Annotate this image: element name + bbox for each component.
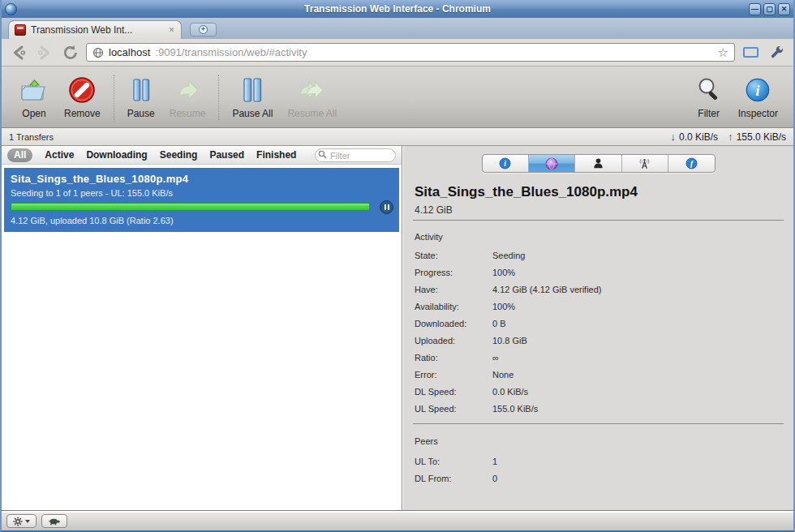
filter-tab-all[interactable]: All — [7, 148, 32, 162]
activity-heading: Activity — [415, 232, 443, 242]
browser-tab[interactable]: Transmission Web Int... × — [8, 20, 182, 39]
row-value: 155.0 KiB/s — [492, 404, 538, 414]
peers-heading: Peers — [415, 436, 438, 446]
torrent-name: Sita_Sings_the_Blues_1080p.mp4 — [11, 173, 393, 185]
filter-tab-active[interactable]: Active — [45, 150, 74, 160]
tab-trackers[interactable] — [622, 155, 668, 172]
resume-all-button[interactable]: Resume All — [280, 75, 344, 119]
row-label: Uploaded: — [415, 336, 492, 345]
tab-activity[interactable] — [529, 155, 575, 172]
tab-peers[interactable] — [575, 155, 621, 172]
activity-rows: State:Seeding Progress:100% Have:4.12 Gi… — [415, 247, 785, 417]
back-button[interactable] — [8, 42, 29, 63]
row-value: 0 — [492, 474, 497, 483]
activity-row-ul-speed: UL Speed:155.0 KiB/s — [415, 400, 785, 417]
open-label: Open — [22, 108, 45, 119]
settings-menu-button[interactable] — [6, 514, 37, 528]
bookmark-star-icon[interactable]: ☆ — [718, 46, 728, 58]
tab-close-icon[interactable]: × — [168, 25, 175, 35]
upload-speed-value: 155.0 KiB/s — [737, 131, 786, 143]
row-value: 100% — [492, 302, 515, 311]
tab-info[interactable]: i — [483, 155, 529, 172]
download-speed-value: 0.0 KiB/s — [679, 131, 718, 143]
row-label: DL Speed: — [415, 387, 492, 397]
inspector-label: Inspector — [738, 108, 778, 119]
inspector-button[interactable]: i Inspector — [731, 75, 785, 119]
row-value: Seeding — [492, 251, 525, 260]
torrent-status: Seeding to 1 of 1 peers - UL: 155.0 KiB/… — [11, 188, 393, 198]
page-action-button[interactable] — [740, 42, 761, 63]
browser-window: Transmission Web Interface - Chromium — … — [0, 0, 795, 532]
plus-icon: + — [199, 25, 208, 34]
reload-button[interactable] — [60, 42, 81, 63]
filter-tab-downloading[interactable]: Downloading — [86, 150, 147, 160]
toolbar-separator — [114, 75, 114, 122]
pause-all-button[interactable]: Pause All — [225, 75, 280, 119]
filter-tab-seeding[interactable]: Seeding — [160, 150, 198, 160]
filter-button[interactable]: Filter — [687, 75, 731, 119]
row-label: Downloaded: — [415, 319, 492, 328]
activity-globe-icon — [545, 157, 558, 170]
minimize-button[interactable]: — — [749, 3, 761, 15]
torrent-pause-button[interactable] — [380, 200, 393, 214]
download-speed: ↓ 0.0 KiB/s — [671, 131, 719, 143]
maximize-button[interactable]: ▢ — [763, 3, 776, 15]
forward-arrow-icon — [35, 43, 54, 62]
toolbar-separator — [218, 75, 219, 122]
resume-icon — [173, 75, 202, 105]
torrent-progress-bar — [11, 203, 370, 211]
activity-row-state: State:Seeding — [415, 247, 785, 264]
open-button[interactable]: Open — [11, 75, 57, 119]
peers-rows: UL To:1 DL From:0 — [415, 453, 785, 487]
row-label: Availability: — [415, 302, 492, 311]
filter-tab-finished[interactable]: Finished — [256, 150, 296, 160]
window-titlebar: Transmission Web Interface - Chromium — … — [2, 0, 793, 18]
torrent-row[interactable]: Sita_Sings_the_Blues_1080p.mp4 Seeding t… — [4, 168, 399, 232]
activity-row-uploaded: Uploaded:10.8 GiB — [415, 332, 785, 349]
activity-row-progress: Progress:100% — [415, 264, 785, 281]
gear-icon — [13, 517, 23, 526]
close-button[interactable]: ✕ — [778, 3, 790, 15]
alt-speed-turtle-button[interactable] — [41, 514, 67, 528]
transfer-count: 1 Transfers — [9, 132, 54, 142]
row-value: 4.12 GiB (4.12 GiB verified) — [492, 285, 602, 294]
row-value: None — [492, 370, 514, 380]
inspector-title: Sita_Sings_the_Blues_1080p.mp4 — [415, 184, 785, 200]
activity-row-downloaded: Downloaded:0 B — [415, 315, 785, 332]
activity-row-ratio: Ratio:∞ — [415, 349, 785, 366]
main-content: All Active Downloading Seeding Paused Fi… — [2, 146, 793, 511]
transmission-favicon-icon — [15, 24, 26, 36]
url-path: :9091/transmission/web/#activity — [155, 46, 712, 58]
transmission-toolbar: Open Remove — [2, 66, 793, 128]
new-tab-button[interactable]: + — [190, 23, 217, 36]
row-label: Ratio: — [415, 353, 492, 363]
row-label: State: — [415, 251, 492, 260]
globe-icon — [92, 47, 104, 58]
row-value: 100% — [492, 268, 515, 277]
tracker-antenna-icon — [638, 157, 651, 170]
torrent-details: 4.12 GiB, uploaded 10.8 GiB (Ratio 2.63) — [11, 216, 393, 225]
peers-row-ul-to: UL To:1 — [415, 453, 785, 470]
remove-button[interactable]: Remove — [57, 75, 108, 119]
wrench-menu-button[interactable] — [766, 42, 787, 63]
pause-all-icon — [238, 75, 266, 105]
forward-button[interactable] — [34, 42, 55, 63]
torrent-list-panel: All Active Downloading Seeding Paused Fi… — [2, 146, 402, 510]
filter-tab-bar: All Active Downloading Seeding Paused Fi… — [2, 146, 402, 165]
resume-button[interactable]: Resume — [162, 75, 213, 119]
tab-files[interactable]: f — [668, 155, 714, 172]
row-value: 0.0 KiB/s — [492, 387, 528, 397]
row-value: ∞ — [492, 353, 499, 363]
transfer-statusbar: 1 Transfers ↓ 0.0 KiB/s ↑ 155.0 KiB/s — [2, 128, 793, 146]
info-icon: i — [499, 157, 511, 169]
filter-label: Filter — [698, 108, 720, 119]
url-bar[interactable]: localhost:9091/transmission/web/#activit… — [86, 43, 735, 62]
browser-navbar: localhost:9091/transmission/web/#activit… — [2, 39, 793, 66]
pause-all-label: Pause All — [232, 108, 273, 119]
remove-icon — [67, 75, 97, 105]
pause-glyph-icon — [385, 204, 386, 210]
inspector-tab-control: i — [482, 154, 716, 173]
filter-search-input[interactable] — [315, 148, 396, 162]
pause-button[interactable]: Pause — [120, 75, 162, 119]
filter-tab-paused[interactable]: Paused — [209, 150, 244, 160]
